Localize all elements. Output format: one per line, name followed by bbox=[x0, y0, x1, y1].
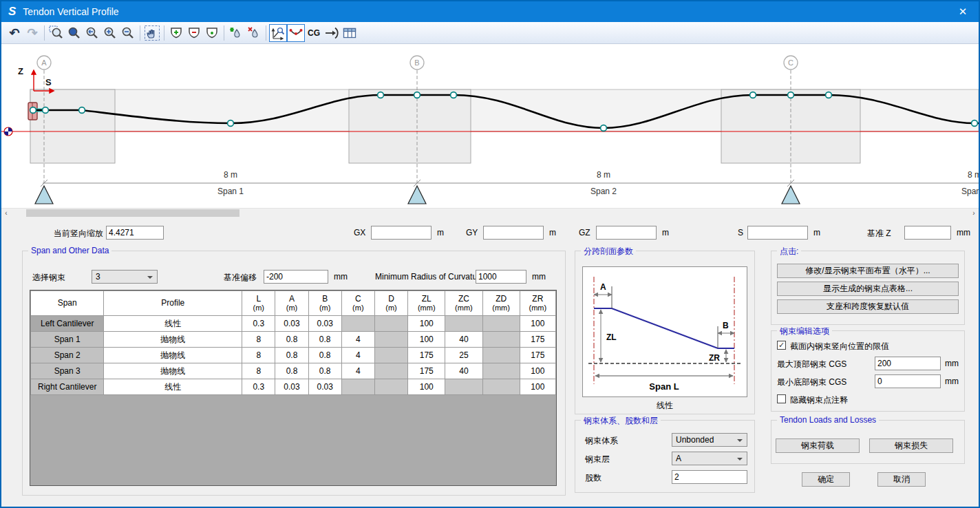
profile-canvas[interactable]: A B C Z S bbox=[1, 44, 979, 208]
cell[interactable]: 抛物线 bbox=[104, 363, 242, 379]
cell[interactable]: 线性 bbox=[104, 316, 242, 332]
gz-input[interactable] bbox=[596, 226, 657, 240]
zoom-in-icon[interactable] bbox=[65, 24, 83, 42]
cell[interactable]: 0.8 bbox=[275, 348, 308, 363]
tendon-layer-dropdown[interactable]: A bbox=[672, 452, 747, 465]
zoom-previous-icon[interactable] bbox=[83, 24, 101, 42]
scrollbar-thumb[interactable] bbox=[26, 209, 239, 217]
cell[interactable]: 100 bbox=[408, 316, 445, 332]
tendon-point[interactable] bbox=[43, 107, 49, 114]
tendon-point[interactable] bbox=[750, 92, 756, 98]
cell[interactable]: 0.8 bbox=[275, 332, 308, 348]
tendon-point[interactable] bbox=[228, 120, 234, 127]
s-input[interactable] bbox=[747, 226, 808, 240]
select-tendon-dropdown[interactable]: 3 bbox=[92, 270, 158, 284]
cell[interactable]: 0.03 bbox=[275, 316, 308, 332]
tendon-point[interactable] bbox=[79, 107, 85, 114]
cell[interactable]: 抛物线 bbox=[104, 348, 242, 363]
zoom-plus-icon[interactable] bbox=[101, 24, 119, 42]
cell[interactable]: 8 bbox=[242, 363, 275, 379]
min-radius-input[interactable] bbox=[476, 270, 526, 284]
cell[interactable]: 25 bbox=[445, 348, 482, 363]
cell[interactable]: 抛物线 bbox=[104, 332, 242, 348]
cell[interactable]: 40 bbox=[445, 332, 482, 348]
show-tables-icon[interactable] bbox=[341, 24, 359, 42]
tendon-point[interactable] bbox=[788, 92, 794, 98]
row-header[interactable]: Right Cantilever bbox=[31, 379, 104, 395]
limit-checkbox[interactable] bbox=[777, 341, 786, 350]
cell[interactable]: 0.03 bbox=[275, 379, 308, 395]
cell[interactable]: 0.03 bbox=[308, 379, 341, 395]
pan-icon[interactable] bbox=[143, 24, 161, 42]
cell[interactable]: 175 bbox=[520, 332, 555, 348]
strands-input[interactable] bbox=[672, 470, 747, 484]
cell[interactable]: 0.3 bbox=[242, 379, 275, 395]
delete-tendon-point-icon[interactable] bbox=[245, 24, 263, 42]
add-tendon-point-icon[interactable] bbox=[227, 24, 245, 42]
undo-icon[interactable]: ↶ bbox=[6, 24, 23, 42]
cell[interactable]: 0.8 bbox=[308, 332, 341, 348]
cell[interactable]: 4 bbox=[341, 363, 374, 379]
ok-button[interactable]: 确定 bbox=[802, 472, 850, 487]
hide-notes-checkbox[interactable] bbox=[777, 394, 786, 403]
modify-horizontal-layout-button[interactable]: 修改/显示钢束平面布置（水平）... bbox=[777, 264, 959, 278]
min-bottom-cgs-input[interactable] bbox=[875, 374, 941, 388]
cell[interactable]: 175 bbox=[520, 348, 555, 363]
tendon-point[interactable] bbox=[601, 125, 607, 131]
cell[interactable]: 100 bbox=[520, 379, 555, 395]
add-span-icon[interactable] bbox=[167, 24, 185, 42]
cell[interactable]: 100 bbox=[520, 316, 555, 332]
show-tendon-points-icon[interactable] bbox=[287, 24, 305, 42]
cell[interactable]: 4 bbox=[341, 332, 374, 348]
cell[interactable]: 0.8 bbox=[275, 363, 308, 379]
delete-span-icon[interactable] bbox=[185, 24, 203, 42]
tendon-loss-button[interactable]: 钢束损失 bbox=[869, 438, 953, 453]
redo-icon[interactable]: ↷ bbox=[23, 24, 41, 42]
cell[interactable]: 0.8 bbox=[308, 363, 341, 379]
show-cg-icon[interactable]: CG bbox=[305, 24, 323, 42]
cell[interactable]: 8 bbox=[242, 348, 275, 363]
restore-defaults-button[interactable]: 支座和跨度恢复默认值 bbox=[777, 299, 959, 314]
cancel-button[interactable]: 取消 bbox=[877, 472, 926, 487]
tendon-system-dropdown[interactable]: Unbonded bbox=[672, 433, 747, 447]
tendon-point[interactable] bbox=[414, 92, 420, 98]
row-header[interactable]: Left Cantilever bbox=[31, 316, 104, 332]
tendon-point[interactable] bbox=[826, 92, 832, 98]
show-vertical-profile-icon[interactable] bbox=[269, 24, 287, 42]
tendon-point[interactable] bbox=[378, 92, 384, 98]
cell[interactable]: 0.03 bbox=[308, 316, 341, 332]
support-triangle bbox=[35, 186, 53, 204]
zoom-window-icon[interactable] bbox=[47, 24, 65, 42]
cell[interactable]: 40 bbox=[445, 363, 482, 379]
jack-location-icon[interactable] bbox=[323, 24, 341, 42]
cell[interactable]: 0.8 bbox=[308, 348, 341, 363]
datum-offset-input[interactable] bbox=[264, 270, 328, 284]
max-top-cgs-input[interactable] bbox=[875, 357, 941, 370]
cell[interactable]: 8 bbox=[242, 332, 275, 348]
tendon-load-button[interactable]: 钢束荷载 bbox=[776, 438, 860, 453]
row-header[interactable]: Span 3 bbox=[31, 363, 104, 379]
cell[interactable]: 100 bbox=[408, 379, 445, 395]
horizontal-scrollbar[interactable]: ‹ › bbox=[1, 208, 979, 217]
cell[interactable]: 4 bbox=[341, 348, 374, 363]
tendon-point[interactable] bbox=[451, 92, 457, 98]
close-button[interactable]: ✕ bbox=[947, 1, 979, 22]
row-header[interactable]: Span 1 bbox=[31, 332, 104, 348]
zoom-minus-icon[interactable] bbox=[119, 24, 137, 42]
cell[interactable]: 线性 bbox=[104, 379, 242, 395]
cell[interactable]: 0.3 bbox=[242, 316, 275, 332]
cell[interactable]: 175 bbox=[408, 348, 445, 363]
row-header[interactable]: Span 2 bbox=[31, 348, 104, 363]
title-bar[interactable]: S Tendon Vertical Profile ✕ bbox=[1, 1, 979, 22]
gy-input[interactable] bbox=[483, 226, 544, 240]
tendon-point[interactable] bbox=[30, 107, 36, 114]
datum-z-input[interactable] bbox=[904, 226, 951, 240]
cell[interactable]: 100 bbox=[520, 363, 555, 379]
cell[interactable]: 175 bbox=[408, 363, 445, 379]
gx-input[interactable] bbox=[371, 226, 432, 240]
vertical-scale-input[interactable] bbox=[106, 226, 164, 240]
show-tendon-point-table-button[interactable]: 显示生成的钢束点表格... bbox=[777, 282, 959, 296]
span-point-icon[interactable] bbox=[203, 24, 221, 42]
cell[interactable]: 100 bbox=[408, 332, 445, 348]
tendon-point[interactable] bbox=[972, 120, 978, 127]
